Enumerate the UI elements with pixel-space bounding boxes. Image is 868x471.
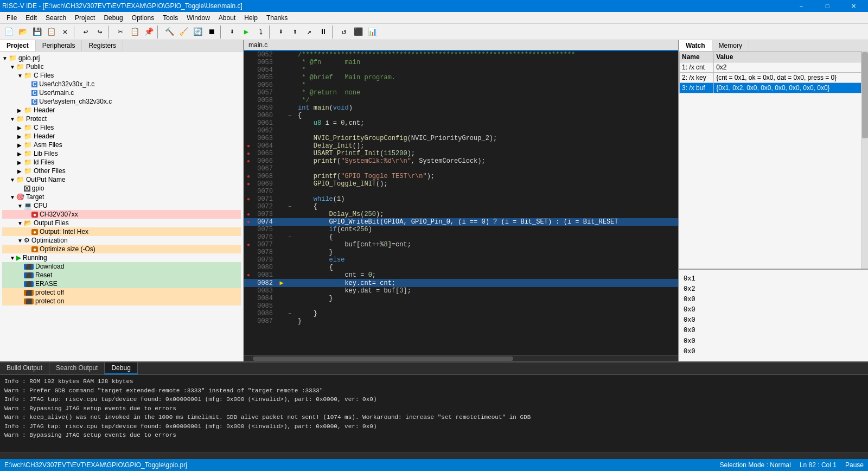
fold-0052[interactable] bbox=[286, 51, 293, 59]
tree-item-ld-files[interactable]: ▶ 📁 ld Files bbox=[2, 158, 241, 167]
code-row-0071: ● 0071 while(1) bbox=[244, 195, 678, 203]
step-out-button[interactable]: ⬆ bbox=[289, 26, 302, 39]
tree-item-header-protect[interactable]: ▶ 📁 Header bbox=[2, 132, 241, 141]
clean-button[interactable]: 🧹 bbox=[177, 26, 190, 39]
tree-item-system-c[interactable]: C User\system_ch32v30x.c bbox=[2, 97, 241, 106]
menu-options[interactable]: Options bbox=[127, 12, 158, 24]
save-button[interactable]: 💾 bbox=[30, 26, 43, 39]
menu-debug[interactable]: Debug bbox=[99, 12, 127, 24]
left-panel-tabs: Project Peripherals Registers bbox=[0, 40, 243, 52]
run-button[interactable]: ▶ bbox=[240, 26, 253, 39]
build-button[interactable]: 🔨 bbox=[163, 26, 176, 39]
tree-item-protect-on[interactable]: ⬛ protect on bbox=[2, 297, 241, 305]
cut-button[interactable]: ✂ bbox=[114, 26, 127, 39]
tree-item-protect-off[interactable]: ⬛ protect off bbox=[2, 288, 241, 297]
paste-button[interactable]: 📌 bbox=[142, 26, 155, 39]
horizontal-scrollbar[interactable] bbox=[244, 355, 678, 361]
watch-row-cnt[interactable]: 1: /x cnt 0x2 bbox=[680, 62, 861, 73]
bp-0052[interactable] bbox=[244, 51, 253, 59]
step-into-button[interactable]: ⬇ bbox=[275, 26, 288, 39]
tree-item-optimize-size[interactable]: ● Optimize size (-Os) bbox=[2, 245, 241, 253]
tree-item-reset[interactable]: ⬛ Reset bbox=[2, 271, 241, 279]
tree-item-other-files[interactable]: ▶ 📁 Other Files bbox=[2, 167, 241, 175]
code-row-0085: 0085 bbox=[244, 302, 678, 310]
menu-search[interactable]: Search bbox=[41, 12, 71, 24]
download-button[interactable]: ⬇ bbox=[226, 26, 239, 39]
menu-about[interactable]: About bbox=[214, 12, 240, 24]
tree-item-gpio-obj[interactable]: O gpio bbox=[2, 184, 241, 193]
tree-item-intel-hex[interactable]: ● Output: Intel Hex bbox=[2, 227, 241, 236]
watch-row-buf[interactable]: 3: /x buf {0x1, 0x2, 0x0, 0x0, 0x0, 0x0,… bbox=[680, 83, 861, 93]
code-row-0052: 0052 /**********************************… bbox=[244, 51, 678, 59]
output-content[interactable]: Info : ROM 192 kbytes RAM 128 kbytes War… bbox=[0, 375, 868, 453]
watch-area: Name Value 1: /x cnt 0x2 2: /x key {cnt … bbox=[679, 52, 868, 269]
tree-item-main-c[interactable]: C User\main.c bbox=[2, 88, 241, 97]
tree-item-target[interactable]: ▼ 🎯 Target bbox=[2, 193, 241, 201]
tree-item-cpu[interactable]: ▼ 💻 CPU bbox=[2, 201, 241, 210]
menu-project[interactable]: Project bbox=[71, 12, 99, 24]
tree-item-public[interactable]: ▼ 📁 Public bbox=[2, 62, 241, 71]
watch-row-key[interactable]: 2: /x key {cnt = 0x1, ok = 0x0, dat = 0x… bbox=[680, 73, 861, 83]
tree-item-c-files-protect[interactable]: ▶ 📁 C Files bbox=[2, 123, 241, 132]
tree-item-ch32v307xx[interactable]: ● CH32V307xx bbox=[2, 210, 241, 219]
rebuild-button[interactable]: 🔄 bbox=[191, 26, 204, 39]
terminal-button[interactable]: ⬛ bbox=[352, 26, 365, 39]
menu-help[interactable]: Help bbox=[240, 12, 262, 24]
bottom-scrollbar[interactable] bbox=[0, 453, 868, 459]
menu-tools[interactable]: Tools bbox=[158, 12, 182, 24]
tab-memory[interactable]: Memory bbox=[712, 40, 749, 51]
horizontal-scrollbar-thumb[interactable] bbox=[253, 357, 513, 361]
menu-file[interactable]: File bbox=[2, 12, 21, 24]
watch-val-1: 0x2 bbox=[684, 284, 864, 295]
tree-item-header-public[interactable]: ▶ 📁 Header bbox=[2, 106, 241, 114]
tree-item-c-files-public[interactable]: ▼ 📁 C Files bbox=[2, 71, 241, 80]
watch-val-2: 0x0 bbox=[684, 295, 864, 305]
tree-item-asm-files[interactable]: ▶ 📁 Asm Files bbox=[2, 141, 241, 149]
tree-item-gpio-prj[interactable]: ▼ 📁 gpio.prj bbox=[2, 54, 241, 62]
right-vertical-scrollbar[interactable] bbox=[861, 52, 868, 269]
tree-item-download[interactable]: ⬛ Download bbox=[2, 262, 241, 271]
step-over-button[interactable]: ⤵ bbox=[254, 26, 267, 39]
redo-button[interactable]: ↪ bbox=[93, 26, 106, 39]
tree-item-ch32v30x-it[interactable]: C User\ch32v30x_it.c bbox=[2, 80, 241, 88]
stop-build-button[interactable]: ⏹ bbox=[205, 26, 218, 39]
close-button[interactable]: ✕ bbox=[841, 0, 866, 12]
run-to-cursor-button[interactable]: ↗ bbox=[303, 26, 316, 39]
code-row-0067: 0067 bbox=[244, 165, 678, 173]
copy-button[interactable]: 📋 bbox=[128, 26, 141, 39]
code-editor[interactable]: 0052 /**********************************… bbox=[244, 51, 678, 355]
menu-window[interactable]: Window bbox=[182, 12, 214, 24]
tree-item-output-files[interactable]: ▼ 📂 Output Files bbox=[2, 219, 241, 227]
tab-debug[interactable]: Debug bbox=[105, 362, 137, 374]
close-file-button[interactable]: ✕ bbox=[59, 26, 72, 39]
tab-peripherals[interactable]: Peripherals bbox=[36, 40, 82, 51]
tree-item-erase[interactable]: ⬛ ERASE bbox=[2, 279, 241, 288]
codeline-0052[interactable]: /***************************************… bbox=[293, 51, 678, 59]
undo-button[interactable]: ↩ bbox=[79, 26, 92, 39]
open-button[interactable]: 📂 bbox=[16, 26, 29, 39]
tab-build-output[interactable]: Build Output bbox=[0, 362, 49, 374]
right-panel: Watch Memory Name Value 1: /x cnt 0x2 bbox=[678, 40, 868, 361]
new-button[interactable]: 📄 bbox=[2, 26, 15, 39]
tree-item-running[interactable]: ▼ ▶ Running bbox=[2, 253, 241, 262]
tab-watch[interactable]: Watch bbox=[679, 40, 712, 51]
tree-item-output-name[interactable]: ▼ 📁 OutPut Name bbox=[2, 175, 241, 184]
menu-thanks[interactable]: Thanks bbox=[262, 12, 292, 24]
tab-registers[interactable]: Registers bbox=[82, 40, 123, 51]
reset-button[interactable]: ↺ bbox=[337, 26, 350, 39]
maximize-button[interactable]: □ bbox=[815, 0, 840, 12]
code-row-0076: 0076 − { bbox=[244, 233, 678, 241]
minimize-button[interactable]: − bbox=[789, 0, 814, 12]
code-row-0053: 0053 * @fn main bbox=[244, 59, 678, 66]
tree-item-optimization[interactable]: ▼ ⚙ Optimization bbox=[2, 236, 241, 245]
right-scrollbar-thumb[interactable] bbox=[862, 52, 868, 139]
save-all-button[interactable]: 📋 bbox=[44, 26, 58, 39]
pause-button[interactable]: ⏸ bbox=[317, 26, 330, 39]
tab-project[interactable]: Project bbox=[0, 40, 36, 51]
tree-item-lib-files[interactable]: ▶ 📁 Lib Files bbox=[2, 149, 241, 158]
tab-search-output[interactable]: Search Output bbox=[49, 362, 105, 374]
menu-edit[interactable]: Edit bbox=[21, 12, 41, 24]
memory-button[interactable]: 📊 bbox=[366, 26, 379, 39]
filename-tab: main.c bbox=[244, 40, 678, 51]
tree-item-protect[interactable]: ▼ 📁 Protect bbox=[2, 114, 241, 123]
